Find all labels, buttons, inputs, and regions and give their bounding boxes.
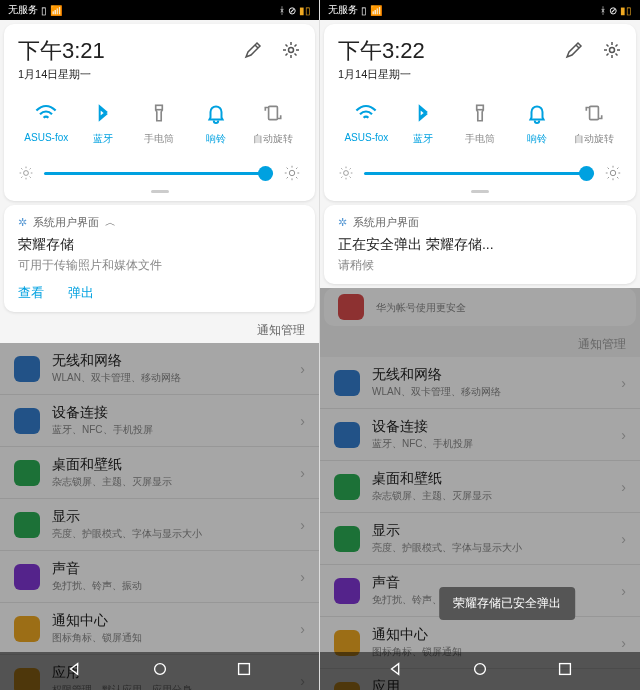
settings-row-sub: 杂志锁屏、主题、灭屏显示: [52, 475, 300, 489]
settings-row-sub: 免打扰、铃声、振动: [52, 579, 300, 593]
settings-row-title: 设备连接: [52, 404, 300, 422]
settings-row-icon: [14, 408, 40, 434]
nav-back[interactable]: [66, 660, 84, 682]
drawer-handle[interactable]: [471, 190, 489, 193]
settings-row-title: 通知中心: [52, 612, 300, 630]
settings-row-title: 设备连接: [372, 418, 621, 436]
toggle-wifi[interactable]: ASUS-fox: [338, 100, 395, 146]
chevron-right-icon: ›: [621, 635, 626, 651]
settings-row[interactable]: 声音 免打扰、铃声、振动 ›: [0, 551, 319, 603]
brightness-track[interactable]: [44, 172, 273, 175]
settings-row[interactable]: 显示 亮度、护眼模式、字体与显示大小 ›: [0, 499, 319, 551]
toggle-flashlight[interactable]: 手电筒: [131, 100, 188, 146]
chevron-right-icon: ›: [621, 427, 626, 443]
settings-row-title: 显示: [52, 508, 300, 526]
brightness-thumb[interactable]: [258, 166, 273, 181]
nav-home[interactable]: [151, 660, 169, 682]
settings-row[interactable]: 桌面和壁纸 杂志锁屏、主题、灭屏显示 ›: [320, 461, 640, 513]
toggle-rotate[interactable]: 自动旋转: [244, 100, 301, 146]
nav-recent[interactable]: [556, 660, 574, 682]
navigation-bar: [320, 652, 640, 690]
brightness-track[interactable]: [364, 172, 594, 175]
notification-card[interactable]: ✲ 系统用户界面 ︿ 荣耀存储 可用于传输照片和媒体文件 查看 弹出: [4, 205, 315, 312]
toggle-bluetooth[interactable]: 蓝牙: [75, 100, 132, 146]
notification-manager-link[interactable]: 通知管理: [0, 316, 319, 343]
chevron-right-icon: ›: [300, 517, 305, 533]
chevron-right-icon: ›: [621, 375, 626, 391]
edit-icon[interactable]: [564, 40, 584, 64]
settings-row-title: 通知中心: [372, 626, 621, 644]
settings-row-title: 显示: [372, 522, 621, 540]
battery-status-icon: ▮▯: [620, 5, 632, 16]
sim-icon: ▯: [361, 5, 367, 16]
quick-toggles: ASUS-fox 蓝牙 手电筒 响铃 自动旋转: [338, 100, 622, 146]
settings-row-title: 声音: [52, 560, 300, 578]
background-settings: 华为帐号使用更安全 通知管理 无线和网络 WLAN、双卡管理、移动网络 › 设备…: [320, 288, 640, 690]
settings-row-title: 无线和网络: [372, 366, 621, 384]
brightness-high-icon: [604, 164, 622, 182]
drawer-handle[interactable]: [151, 190, 169, 193]
notif-action-view[interactable]: 查看: [18, 284, 44, 302]
status-bar: 无服务▯📶 ᚼ⊘▮▯: [0, 0, 319, 20]
status-bar: 无服务▯📶 ᚼ⊘▮▯: [320, 0, 640, 20]
settings-icon[interactable]: [602, 40, 622, 64]
chevron-right-icon: ›: [300, 413, 305, 429]
clock-date: 1月14日星期一: [18, 67, 105, 82]
settings-row-title: 无线和网络: [52, 352, 300, 370]
toggle-rotate[interactable]: 自动旋转: [565, 100, 622, 146]
collapse-icon[interactable]: ︿: [105, 215, 116, 230]
settings-row-sub: 亮度、护眼模式、字体与显示大小: [52, 527, 300, 541]
brightness-slider[interactable]: [338, 164, 622, 182]
toggle-ring[interactable]: 响铃: [508, 100, 565, 146]
notification-card[interactable]: ✲ 系统用户界面 正在安全弹出 荣耀存储... 请稍候: [324, 205, 636, 284]
wifi-status-icon: 📶: [50, 5, 62, 16]
brightness-thumb[interactable]: [579, 166, 594, 181]
battery-status-icon: ▮▯: [299, 5, 311, 16]
toggle-bluetooth[interactable]: 蓝牙: [395, 100, 452, 146]
brightness-high-icon: [283, 164, 301, 182]
notif-action-eject[interactable]: 弹出: [68, 284, 94, 302]
settings-row[interactable]: 无线和网络 WLAN、双卡管理、移动网络 ›: [320, 357, 640, 409]
status-service: 无服务: [328, 3, 358, 17]
notif-app-name: 系统用户界面: [353, 215, 419, 230]
settings-row-icon: [14, 616, 40, 642]
chevron-right-icon: ›: [621, 479, 626, 495]
quick-toggles: ASUS-fox 蓝牙 手电筒 响铃 自动旋转: [18, 100, 301, 146]
edit-icon[interactable]: [243, 40, 263, 64]
toggle-wifi[interactable]: ASUS-fox: [18, 100, 75, 146]
settings-row[interactable]: 通知中心 图标角标、锁屏通知 ›: [0, 603, 319, 655]
settings-row-icon: [334, 526, 360, 552]
nav-recent[interactable]: [235, 660, 253, 682]
nav-back[interactable]: [387, 660, 405, 682]
brightness-slider[interactable]: [18, 164, 301, 182]
settings-row-icon: [334, 370, 360, 396]
chevron-right-icon: ›: [621, 583, 626, 599]
settings-row[interactable]: 显示 亮度、护眼模式、字体与显示大小 ›: [320, 513, 640, 565]
status-service: 无服务: [8, 3, 38, 17]
settings-row-sub: 蓝牙、NFC、手机投屏: [52, 423, 300, 437]
settings-row[interactable]: 无线和网络 WLAN、双卡管理、移动网络 ›: [0, 343, 319, 395]
phone-left: 无服务▯📶 ᚼ⊘▮▯ 下午3:21 1月14日星期一 ASUS-fox 蓝牙 手…: [0, 0, 320, 690]
settings-icon[interactable]: [281, 40, 301, 64]
clock-time: 下午3:22: [338, 36, 425, 66]
dnd-status-icon: ⊘: [288, 5, 296, 16]
settings-row-title: 桌面和壁纸: [372, 470, 621, 488]
notif-body: 可用于传输照片和媒体文件: [18, 257, 301, 274]
settings-row-icon: [14, 512, 40, 538]
notification-manager-link[interactable]: 通知管理: [320, 330, 640, 357]
settings-row[interactable]: 桌面和壁纸 杂志锁屏、主题、灭屏显示 ›: [0, 447, 319, 499]
settings-row-sub: WLAN、双卡管理、移动网络: [52, 371, 300, 385]
settings-row-icon: [14, 356, 40, 382]
toast-message: 荣耀存储已安全弹出: [439, 587, 575, 620]
settings-row[interactable]: 设备连接 蓝牙、NFC、手机投屏 ›: [320, 409, 640, 461]
settings-row-title: 桌面和壁纸: [52, 456, 300, 474]
toggle-flashlight[interactable]: 手电筒: [452, 100, 509, 146]
nav-home[interactable]: [471, 660, 489, 682]
toggle-ring[interactable]: 响铃: [188, 100, 245, 146]
settings-row[interactable]: 设备连接 蓝牙、NFC、手机投屏 ›: [0, 395, 319, 447]
chevron-right-icon: ›: [300, 621, 305, 637]
dnd-status-icon: ⊘: [609, 5, 617, 16]
clock-time: 下午3:21: [18, 36, 105, 66]
bt-status-icon: ᚼ: [600, 5, 606, 16]
chevron-right-icon: ›: [300, 361, 305, 377]
